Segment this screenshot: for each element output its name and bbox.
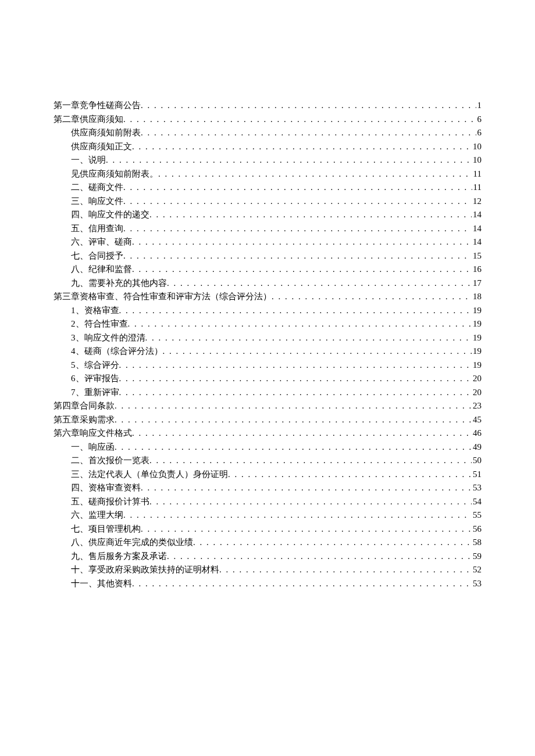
toc-entry-label: 一、说明 (71, 153, 106, 167)
toc-leader-dots (132, 235, 472, 249)
toc-entry-label: 见供应商须知前附表。 (71, 167, 158, 181)
toc-entry-label: 7、重新评审 (71, 386, 119, 399)
toc-entry: 第四章合同条款23 (54, 399, 482, 413)
toc-entry: 5、综合评分19 (71, 359, 482, 372)
toc-entry: 第六章响应文件格式46 (54, 427, 482, 440)
toc-leader-dots (123, 113, 476, 126)
toc-entry: 二、首次报价一览表50 (71, 454, 482, 467)
toc-entry-page: 10 (472, 140, 482, 153)
toc-entry-page: 54 (472, 495, 482, 508)
toc-leader-dots (132, 263, 472, 276)
toc-leader-dots (149, 454, 472, 467)
toc-leader-dots (132, 577, 472, 590)
toc-leader-dots (106, 153, 472, 167)
toc-entry-page: 15 (472, 249, 482, 263)
toc-leader-dots (141, 99, 476, 112)
toc-entry-page: 45 (472, 413, 482, 427)
toc-leader-dots (193, 536, 472, 549)
toc-leader-dots (115, 440, 472, 454)
toc-leader-dots (158, 167, 472, 181)
toc-entry-page: 18 (472, 290, 482, 303)
toc-leader-dots (141, 126, 476, 139)
toc-entry-page: 58 (472, 536, 482, 549)
toc-leader-dots (167, 277, 472, 290)
toc-leader-dots (149, 495, 472, 508)
toc-entry-label: 三、法定代表人（单位负责人）身份证明 (71, 468, 228, 481)
toc-entry: 五、信用查询14 (71, 222, 482, 235)
toc-entry-label: 九、售后服务方案及承诺 (71, 550, 167, 563)
toc-entry-label: 六、监理大纲 (71, 508, 123, 522)
toc-leader-dots (119, 386, 472, 399)
toc-leader-dots (128, 317, 472, 331)
toc-entry-page: 20 (472, 386, 482, 399)
toc-entry-page: 52 (472, 563, 482, 576)
toc-entry-label: 十、享受政府采购政策扶持的证明材料 (71, 563, 219, 576)
toc-entry-label: 七、项目管理机构 (71, 522, 141, 536)
toc-leader-dots (272, 290, 472, 303)
toc-entry-page: 6 (476, 126, 482, 139)
toc-leader-dots (123, 195, 472, 208)
toc-entry: 第一章竞争性磋商公告1 (54, 99, 482, 112)
toc-entry-page: 56 (472, 522, 482, 536)
toc-leader-dots (145, 331, 472, 345)
toc-entry: 第五章采购需求45 (54, 413, 482, 427)
document-page: 第一章竞争性磋商公告1第二章供应商须知6供应商须知前附表6供应商须知正文10一、… (0, 0, 535, 625)
toc-entry: 一、说明10 (71, 153, 482, 167)
toc-entry: 八、供应商近年完成的类似业绩58 (71, 536, 482, 549)
toc-entry: 三、响应文件12 (71, 195, 482, 208)
toc-entry-page: 23 (472, 399, 482, 413)
toc-entry: 供应商须知正文10 (71, 140, 482, 153)
toc-leader-dots (141, 481, 472, 495)
toc-leader-dots (163, 345, 472, 358)
toc-leader-dots (115, 399, 472, 413)
toc-entry: 第二章供应商须知6 (54, 113, 482, 126)
toc-entry-page: 53 (472, 577, 482, 590)
toc-entry-page: 10 (472, 153, 482, 167)
toc-entry-label: 二、磋商文件 (71, 181, 123, 194)
toc-entry: 七、项目管理机构56 (71, 522, 482, 536)
toc-leader-dots (119, 359, 472, 372)
toc-entry-page: 11 (472, 181, 482, 194)
toc-entry: 六、评审、磋商14 (71, 235, 482, 249)
toc-entry-page: 20 (472, 372, 482, 385)
toc-entry-page: 14 (472, 235, 482, 249)
toc-entry-page: 53 (472, 481, 482, 495)
toc-leader-dots (228, 468, 472, 481)
toc-leader-dots (123, 249, 472, 263)
toc-entry-page: 19 (472, 359, 482, 372)
toc-entry-page: 14 (472, 222, 482, 235)
toc-entry-page: 59 (472, 550, 482, 563)
toc-entry-label: 一、响应函 (71, 440, 115, 454)
toc-entry-page: 11 (472, 167, 482, 181)
toc-entry: 三、法定代表人（单位负责人）身份证明51 (71, 468, 482, 481)
toc-entry: 九、需要补充的其他内容17 (71, 277, 482, 290)
toc-entry-page: 50 (472, 454, 482, 467)
toc-entry-label: 供应商须知正文 (71, 140, 132, 153)
toc-entry-label: 五、磋商报价计算书 (71, 495, 149, 508)
toc-entry: 1、资格审查19 (71, 304, 482, 317)
toc-leader-dots (123, 508, 472, 522)
toc-entry-label: 四、资格审查资料 (71, 481, 141, 495)
toc-entry-label: 第一章竞争性磋商公告 (54, 99, 141, 112)
toc-entry-page: 55 (472, 508, 482, 522)
toc-entry: 六、监理大纲55 (71, 508, 482, 522)
toc-entry-label: 第五章采购需求 (54, 413, 115, 427)
toc-leader-dots (123, 222, 472, 235)
toc-entry-page: 19 (472, 317, 482, 331)
toc-leader-dots (123, 181, 472, 194)
toc-entry: 见供应商须知前附表。11 (71, 167, 482, 181)
toc-entry-page: 16 (472, 263, 482, 276)
toc-leader-dots (132, 427, 472, 440)
toc-entry-label: 供应商须知前附表 (71, 126, 141, 139)
toc-entry: 7、重新评审20 (71, 386, 482, 399)
toc-entry-label: 第六章响应文件格式 (54, 427, 132, 440)
toc-entry-page: 6 (476, 113, 482, 126)
toc-entry-page: 17 (472, 277, 482, 290)
toc-entry-label: 三、响应文件 (71, 195, 123, 208)
toc-entry: 二、磋商文件11 (71, 181, 482, 194)
toc-entry-page: 49 (472, 440, 482, 454)
toc-entry-label: 五、信用查询 (71, 222, 123, 235)
toc-entry-label: 4、磋商（综合评分法） (71, 345, 163, 358)
toc-entry-label: 八、供应商近年完成的类似业绩 (71, 536, 193, 549)
toc-entry: 一、响应函49 (71, 440, 482, 454)
